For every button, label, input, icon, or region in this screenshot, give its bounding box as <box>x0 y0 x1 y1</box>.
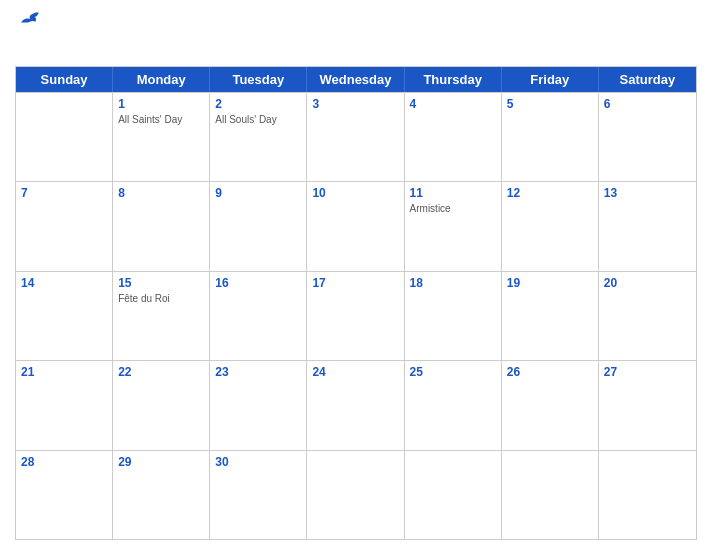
logo-bird-icon <box>19 10 41 28</box>
day-number: 10 <box>312 185 398 202</box>
day-number: 18 <box>410 275 496 292</box>
day-cell: 15Fête du Roi <box>113 272 210 360</box>
day-number: 6 <box>604 96 691 113</box>
day-header-tuesday: Tuesday <box>210 67 307 92</box>
day-cell: 6 <box>599 93 696 181</box>
week-row-1: 1All Saints' Day2All Souls' Day3456 <box>16 92 696 181</box>
day-cell: 28 <box>16 451 113 539</box>
day-number: 1 <box>118 96 204 113</box>
day-header-sunday: Sunday <box>16 67 113 92</box>
day-cell <box>599 451 696 539</box>
day-number: 14 <box>21 275 107 292</box>
day-number: 2 <box>215 96 301 113</box>
day-number: 12 <box>507 185 593 202</box>
day-cell: 9 <box>210 182 307 270</box>
calendar: SundayMondayTuesdayWednesdayThursdayFrid… <box>0 0 712 550</box>
day-number: 4 <box>410 96 496 113</box>
day-cell: 29 <box>113 451 210 539</box>
day-cell <box>16 93 113 181</box>
day-cell: 27 <box>599 361 696 449</box>
logo <box>15 10 41 28</box>
day-cell: 30 <box>210 451 307 539</box>
day-cell: 21 <box>16 361 113 449</box>
calendar-grid: SundayMondayTuesdayWednesdayThursdayFrid… <box>15 66 697 540</box>
day-number: 25 <box>410 364 496 381</box>
day-number: 9 <box>215 185 301 202</box>
day-number: 19 <box>507 275 593 292</box>
day-header-friday: Friday <box>502 67 599 92</box>
day-cell: 20 <box>599 272 696 360</box>
day-cell: 7 <box>16 182 113 270</box>
day-number: 23 <box>215 364 301 381</box>
day-headers-row: SundayMondayTuesdayWednesdayThursdayFrid… <box>16 67 696 92</box>
day-cell <box>405 451 502 539</box>
day-cell <box>307 451 404 539</box>
day-cell: 12 <box>502 182 599 270</box>
holiday-name: Fête du Roi <box>118 293 204 304</box>
day-number: 13 <box>604 185 691 202</box>
day-number: 15 <box>118 275 204 292</box>
calendar-header <box>15 10 697 60</box>
weeks-container: 1All Saints' Day2All Souls' Day345678910… <box>16 92 696 539</box>
day-cell: 10 <box>307 182 404 270</box>
day-cell: 1All Saints' Day <box>113 93 210 181</box>
day-cell: 17 <box>307 272 404 360</box>
day-number: 5 <box>507 96 593 113</box>
day-cell: 4 <box>405 93 502 181</box>
day-header-monday: Monday <box>113 67 210 92</box>
day-number: 3 <box>312 96 398 113</box>
holiday-name: Armistice <box>410 203 496 214</box>
day-number: 27 <box>604 364 691 381</box>
day-header-saturday: Saturday <box>599 67 696 92</box>
day-cell: 14 <box>16 272 113 360</box>
day-cell: 11Armistice <box>405 182 502 270</box>
holiday-name: All Saints' Day <box>118 114 204 125</box>
day-cell: 13 <box>599 182 696 270</box>
day-cell: 5 <box>502 93 599 181</box>
day-number: 7 <box>21 185 107 202</box>
day-number: 26 <box>507 364 593 381</box>
day-number: 24 <box>312 364 398 381</box>
day-number: 21 <box>21 364 107 381</box>
day-cell: 8 <box>113 182 210 270</box>
day-cell: 2All Souls' Day <box>210 93 307 181</box>
day-header-thursday: Thursday <box>405 67 502 92</box>
day-number: 20 <box>604 275 691 292</box>
week-row-3: 1415Fête du Roi1617181920 <box>16 271 696 360</box>
week-row-2: 7891011Armistice1213 <box>16 181 696 270</box>
day-header-wednesday: Wednesday <box>307 67 404 92</box>
day-number: 30 <box>215 454 301 471</box>
day-number: 16 <box>215 275 301 292</box>
holiday-name: All Souls' Day <box>215 114 301 125</box>
day-number: 29 <box>118 454 204 471</box>
day-cell: 25 <box>405 361 502 449</box>
day-number: 28 <box>21 454 107 471</box>
week-row-4: 21222324252627 <box>16 360 696 449</box>
day-number: 8 <box>118 185 204 202</box>
day-cell: 19 <box>502 272 599 360</box>
day-cell: 24 <box>307 361 404 449</box>
day-number: 11 <box>410 185 496 202</box>
week-row-5: 282930 <box>16 450 696 539</box>
day-cell: 23 <box>210 361 307 449</box>
day-cell: 16 <box>210 272 307 360</box>
day-number: 17 <box>312 275 398 292</box>
day-number: 22 <box>118 364 204 381</box>
day-cell: 3 <box>307 93 404 181</box>
day-cell: 18 <box>405 272 502 360</box>
day-cell: 22 <box>113 361 210 449</box>
day-cell: 26 <box>502 361 599 449</box>
day-cell <box>502 451 599 539</box>
